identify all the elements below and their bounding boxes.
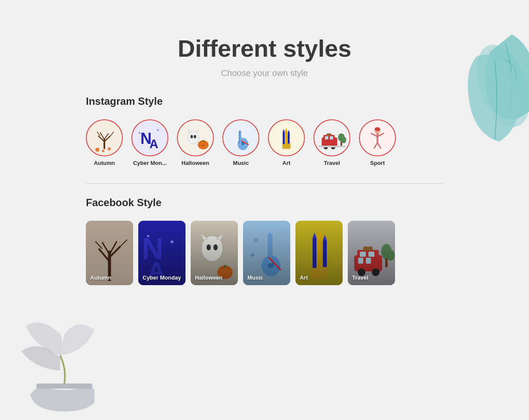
instagram-label-music: Music xyxy=(233,160,249,166)
svg-rect-52 xyxy=(341,142,342,146)
instagram-item-sport[interactable]: Sport xyxy=(359,119,396,166)
instagram-circle-art xyxy=(268,119,305,156)
section-divider xyxy=(86,183,443,184)
svg-point-10 xyxy=(95,148,100,152)
instagram-label-halloween: Halloween xyxy=(182,160,209,166)
svg-point-11 xyxy=(108,147,111,151)
svg-rect-55 xyxy=(327,134,331,136)
page-title: Different styles xyxy=(0,34,529,62)
facebook-card-autumn[interactable]: Autumn xyxy=(86,221,133,285)
page-container: Different styles Choose your own style I… xyxy=(0,0,529,420)
instagram-label-art: Art xyxy=(283,160,291,166)
facebook-card-cybermonday[interactable]: N A ✦ ✦ xyxy=(138,221,185,285)
decoration-leaves-bottom-left xyxy=(0,291,94,420)
facebook-label-cybermonday: Cyber Monday xyxy=(143,274,181,281)
svg-rect-48 xyxy=(330,136,333,140)
instagram-item-art[interactable]: Art xyxy=(268,119,305,166)
instagram-grid: Autumn N A ✦ ✦ xyxy=(86,119,443,166)
instagram-label-travel: Travel xyxy=(324,160,340,166)
facebook-card-music[interactable]: Music xyxy=(243,221,290,285)
svg-rect-40 xyxy=(285,131,287,144)
svg-rect-1 xyxy=(36,383,92,389)
svg-point-12 xyxy=(102,150,104,152)
svg-rect-25 xyxy=(202,140,204,142)
instagram-circle-sport xyxy=(359,119,396,156)
facebook-label-autumn: Autumn xyxy=(90,274,111,281)
instagram-label-cybermonday: Cyber Mon... xyxy=(133,160,167,166)
facebook-label-music: Music xyxy=(247,274,263,281)
svg-point-19 xyxy=(188,131,199,144)
facebook-label-art: Art xyxy=(300,274,308,281)
svg-point-22 xyxy=(191,135,193,138)
svg-text:✦: ✦ xyxy=(156,128,160,133)
page-subtitle: Choose your own style xyxy=(0,68,529,78)
svg-rect-42 xyxy=(288,133,290,144)
instagram-section-title: Instagram Style xyxy=(86,95,443,107)
facebook-style-section: Facebook Style xyxy=(86,197,443,285)
svg-text:A: A xyxy=(149,137,158,151)
instagram-circle-travel xyxy=(313,119,350,156)
svg-point-23 xyxy=(194,135,196,138)
instagram-label-sport: Sport xyxy=(370,160,385,166)
instagram-circle-music xyxy=(222,119,259,156)
svg-rect-54 xyxy=(319,146,346,147)
svg-point-58 xyxy=(374,127,380,131)
instagram-style-section: Instagram Style xyxy=(86,95,443,166)
instagram-item-autumn[interactable]: Autumn xyxy=(86,119,123,166)
instagram-circle-halloween xyxy=(177,119,214,156)
svg-point-2 xyxy=(87,120,122,155)
svg-point-53 xyxy=(341,137,346,143)
instagram-item-halloween[interactable]: Halloween xyxy=(177,119,214,166)
facebook-label-halloween: Halloween xyxy=(195,274,222,281)
header: Different styles Choose your own style xyxy=(0,0,529,95)
facebook-grid: Autumn N A ✦ ✦ xyxy=(86,221,443,285)
instagram-circle-cybermonday: N A ✦ ✦ xyxy=(131,119,168,156)
facebook-card-art[interactable]: Art xyxy=(295,221,343,285)
svg-rect-47 xyxy=(325,136,328,140)
instagram-circle-autumn xyxy=(86,119,123,156)
content-area: Instagram Style xyxy=(0,95,529,285)
instagram-item-cybermonday[interactable]: N A ✦ ✦ Cyber Mon... xyxy=(131,119,168,166)
svg-point-28 xyxy=(202,145,204,146)
svg-rect-38 xyxy=(283,132,285,144)
facebook-section-title: Facebook Style xyxy=(86,197,443,209)
instagram-item-music[interactable]: Music xyxy=(222,119,259,166)
facebook-card-halloween[interactable]: Halloween xyxy=(191,221,238,285)
facebook-label-travel: Travel xyxy=(352,274,368,281)
svg-text:✦: ✦ xyxy=(138,131,141,135)
instagram-item-travel[interactable]: Travel xyxy=(313,119,350,166)
instagram-label-autumn: Autumn xyxy=(94,160,115,166)
facebook-card-travel[interactable]: Travel xyxy=(348,221,395,285)
